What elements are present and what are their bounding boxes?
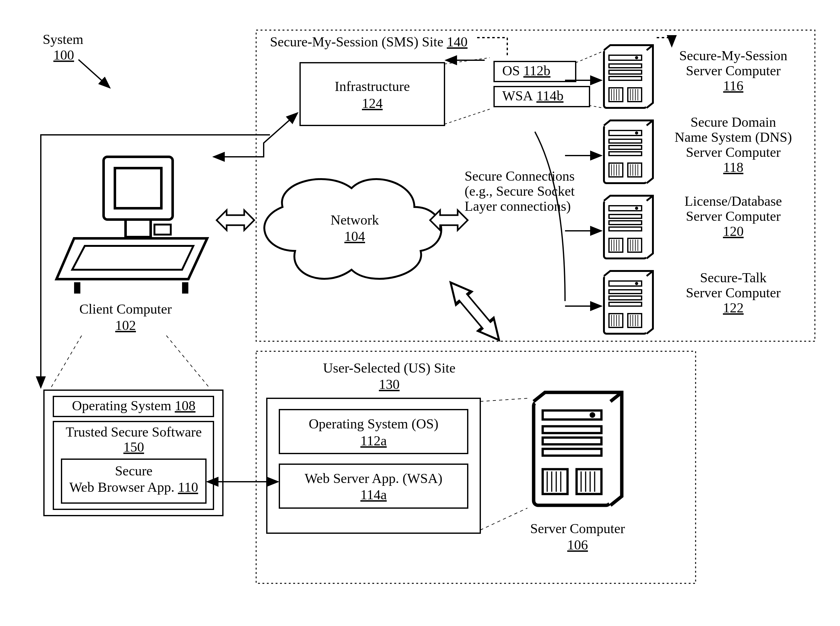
svg-text:Secure-My-Session (SMS) Site  : Secure-My-Session (SMS) Site 140 — [270, 34, 467, 50]
svg-line-62 — [50, 336, 82, 389]
client-os-box: Operating System 108 — [53, 396, 214, 416]
client-computer-icon — [57, 157, 207, 294]
client-computer-label: Client Computer 102 — [79, 301, 172, 333]
svg-text:124: 124 — [362, 95, 383, 111]
svg-text:100: 100 — [53, 47, 74, 63]
svg-text:User-Selected (US) Site: User-Selected (US) Site — [323, 360, 455, 376]
svg-text:150: 150 — [123, 440, 144, 455]
svg-line-63 — [166, 336, 210, 389]
svg-text:114a: 114a — [360, 487, 387, 502]
svg-text:WSA 114b: WSA 114b — [502, 88, 564, 103]
us-server-icon — [534, 392, 622, 505]
svg-rect-56 — [126, 219, 151, 237]
secure-browser-box: Secure Web Browser App. 110 — [61, 459, 206, 503]
svg-text:118: 118 — [723, 160, 743, 175]
sms-server-icon — [604, 45, 653, 108]
svg-text:(e.g., Secure Socket: (e.g., Secure Socket — [465, 183, 575, 199]
talk-server-label: Secure-Talk Server Computer 122 — [686, 270, 781, 316]
svg-rect-58 — [74, 282, 80, 294]
svg-text:Web Browser App.  110: Web Browser App. 110 — [69, 479, 198, 495]
license-server-label: License/Database Server Computer 120 — [685, 194, 782, 239]
svg-text:Network: Network — [331, 212, 379, 228]
us-os-box: Operating System (OS) 112a — [279, 410, 468, 454]
svg-text:Operating System  108: Operating System 108 — [72, 398, 196, 413]
svg-line-42 — [444, 109, 490, 124]
us-site-box: User-Selected (US) Site 130 Operating Sy… — [256, 351, 696, 583]
svg-text:System: System — [43, 32, 83, 47]
svg-text:OS 112b: OS 112b — [502, 63, 551, 78]
svg-text:Secure: Secure — [115, 463, 152, 479]
svg-text:130: 130 — [379, 377, 400, 392]
svg-text:102: 102 — [115, 318, 136, 333]
svg-line-18 — [79, 59, 110, 88]
svg-text:Client Computer: Client Computer — [79, 301, 172, 317]
us-wsa-box: Web Server App. (WSA) 114a — [279, 464, 468, 508]
svg-line-44 — [589, 105, 603, 108]
svg-text:Secure-Talk: Secure-Talk — [700, 270, 766, 285]
svg-text:120: 120 — [723, 224, 744, 239]
network-cloud: Network 104 — [264, 179, 441, 279]
svg-text:Layer connections): Layer connections) — [465, 199, 571, 214]
svg-rect-57 — [154, 225, 171, 235]
svg-text:License/Database: License/Database — [685, 194, 782, 209]
svg-line-43 — [576, 52, 603, 63]
svg-text:Server Computer: Server Computer — [686, 145, 781, 160]
diagram-canvas: System 100 Secure-My-Session (SMS) Site … — [0, 0, 840, 626]
svg-text:Server Computer: Server Computer — [686, 285, 781, 300]
client-internals: Operating System 108 Trusted Secure Soft… — [44, 336, 223, 516]
svg-text:Server Computer: Server Computer — [686, 208, 781, 224]
client-tss-box: Trusted Secure Software 150 Secure Web B… — [53, 421, 214, 509]
sms-wsa-box: WSA 114b — [494, 86, 589, 106]
svg-text:Infrastructure: Infrastructure — [334, 79, 410, 94]
svg-line-85 — [480, 398, 528, 401]
svg-text:112a: 112a — [360, 433, 387, 449]
svg-text:Server Computer: Server Computer — [530, 521, 625, 536]
sms-os-box: OS 112b — [494, 61, 576, 81]
svg-rect-21 — [300, 63, 444, 125]
svg-text:104: 104 — [344, 228, 365, 244]
license-server-icon — [604, 196, 653, 258]
network-us-arrow — [443, 276, 507, 347]
svg-text:Server Computer: Server Computer — [686, 63, 781, 78]
svg-rect-55 — [115, 168, 161, 208]
svg-text:Name System (DNS): Name System (DNS) — [675, 130, 792, 145]
system-label: System 100 — [43, 32, 110, 88]
svg-text:116: 116 — [723, 78, 743, 94]
sms-server-label: Secure-My-Session Server Computer 116 — [679, 48, 788, 94]
svg-text:Operating System (OS): Operating System (OS) — [309, 416, 438, 432]
client-network-arrow — [217, 210, 254, 230]
dns-server-icon — [604, 121, 653, 183]
talk-server-icon — [604, 271, 653, 334]
svg-text:Secure-My-Session: Secure-My-Session — [679, 48, 788, 63]
svg-text:Trusted Secure Software: Trusted Secure Software — [66, 424, 201, 440]
svg-rect-59 — [182, 282, 188, 294]
svg-text:Secure Connections: Secure Connections — [465, 168, 575, 184]
infrastructure-box: Infrastructure 124 — [300, 63, 444, 125]
svg-text:106: 106 — [567, 537, 588, 552]
dns-server-label: Secure Domain Name System (DNS) Server C… — [675, 114, 792, 175]
svg-text:Secure Domain: Secure Domain — [691, 114, 776, 130]
secure-connections-label: Secure Connections (e.g., Secure Socket … — [465, 168, 575, 214]
svg-text:Web Server App.  (WSA): Web Server App. (WSA) — [305, 471, 443, 486]
svg-line-86 — [480, 508, 528, 530]
svg-text:122: 122 — [723, 300, 744, 316]
